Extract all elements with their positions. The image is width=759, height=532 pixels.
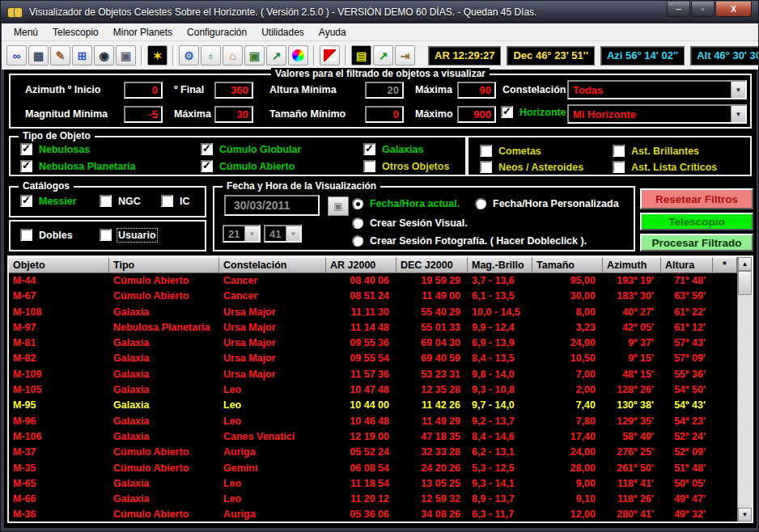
chevron-down-icon[interactable]: ▼: [286, 226, 300, 241]
scroll-up-icon[interactable]: ▲: [738, 257, 752, 271]
radio-circle[interactable]: [352, 235, 363, 247]
size-min-field[interactable]: 0: [365, 106, 404, 123]
menu-item-men-[interactable]: Menú: [6, 24, 45, 40]
menu-item-ayuda[interactable]: Ayuda: [312, 24, 354, 40]
size-max-field[interactable]: 900: [457, 106, 496, 123]
column-header-mag-brillo[interactable]: Mag.-Brillo: [468, 257, 532, 273]
toolbar-button-frame-window[interactable]: ⊞: [72, 45, 92, 65]
toolbar-button-data-grid[interactable]: ▦: [28, 45, 49, 65]
table-row-m-37[interactable]: M-37Cúmulo AbiertoAuriga05 52 2432 33 28…: [9, 445, 737, 460]
alt-min-field[interactable]: 20: [365, 82, 404, 99]
toolbar-button-camera-add[interactable]: ▣: [244, 45, 265, 65]
column-header-tama-o[interactable]: Tamaño: [532, 257, 603, 273]
table-row-m-96[interactable]: M-96GalaxiaLeo10 46 4811 49 299,2 - 13,7…: [9, 414, 737, 429]
radio-crear-sesion-fotografia[interactable]: Crear Sesión Fotografía. ( Hacer Doblecl…: [352, 235, 587, 247]
horizon-select[interactable]: Mi Horizonte ▼: [567, 104, 747, 124]
checkbox-nebulosas[interactable]: Nebulosas: [20, 143, 90, 155]
menu-item-utilidades[interactable]: Utilidades: [254, 24, 312, 40]
checkbox-box[interactable]: [613, 161, 625, 173]
scroll-down-icon[interactable]: ▼: [738, 508, 752, 521]
maximize-button[interactable]: ▫: [691, 2, 714, 17]
toolbar-button-red-flag[interactable]: [320, 45, 340, 65]
mag-max-field[interactable]: 30: [214, 106, 253, 123]
toolbar-button-exit-door[interactable]: ⇥: [395, 45, 415, 65]
table-row-m-35[interactable]: M-35Cúmulo AbiertoGemini06 08 5424 20 26…: [9, 461, 737, 476]
checkbox-box[interactable]: [480, 161, 492, 173]
scrollbar-track[interactable]: [738, 271, 752, 508]
toolbar-button-globe-lock[interactable]: ♁: [201, 45, 221, 65]
table-row-m-108[interactable]: M-108GalaxiaUrsa Major11 11 3055 40 2910…: [9, 305, 737, 320]
checkbox-cometas[interactable]: Cometas: [480, 145, 541, 157]
checkbox-ic[interactable]: IC: [161, 195, 190, 207]
table-row-m-36[interactable]: M-36Cúmulo AbiertoAuriga05 36 0634 08 26…: [9, 507, 737, 521]
checkbox-ngc[interactable]: NGC: [100, 195, 141, 207]
radio-circle[interactable]: [475, 198, 486, 209]
table-row-m-66[interactable]: M-66GalaxiaLeo11 20 1212 59 328,9 - 13,7…: [9, 492, 737, 507]
column-header-ar-j2000[interactable]: AR J2000: [326, 257, 396, 273]
minimize-button[interactable]: ─: [667, 2, 690, 17]
column-header-azimuth[interactable]: Azimuth: [603, 257, 661, 273]
column-header-constelaci-n[interactable]: Constelación: [219, 257, 326, 273]
table-row-m-95[interactable]: M-95GalaxiaLeo10 44 0011 42 269,7 - 14,0…: [9, 398, 737, 413]
radio-circle[interactable]: [352, 217, 363, 229]
date-popup-button[interactable]: ▣: [328, 196, 349, 216]
telescope-button[interactable]: Telescopio: [640, 213, 753, 230]
checkbox-dobles[interactable]: Dobles: [20, 229, 73, 241]
checkbox-box[interactable]: [20, 160, 32, 172]
table-row-m-109[interactable]: M-109GalaxiaUrsa Major11 57 3653 23 319,…: [9, 367, 737, 382]
date-field[interactable]: 30/03/2011: [224, 195, 320, 216]
column-header-altura[interactable]: Altura: [661, 257, 713, 273]
checkbox-box[interactable]: [20, 229, 32, 241]
checkbox-neos-asteroides[interactable]: Neos / Asteroides: [480, 161, 583, 173]
checkbox-cumulo-globular[interactable]: Cúmulo Globular: [201, 143, 301, 155]
minute-select[interactable]: 41 ▼: [264, 225, 302, 243]
toolbar-button-telescope-add[interactable]: ↗: [266, 45, 286, 65]
menu-item-configuraci-n[interactable]: Configuración: [180, 24, 254, 40]
hour-select[interactable]: 21 ▼: [223, 225, 261, 243]
column-header-flag[interactable]: *: [713, 257, 737, 273]
table-row-m-81[interactable]: M-81GalaxiaUrsa Major09 55 3669 04 306,9…: [9, 336, 737, 351]
checkbox-box[interactable]: [363, 160, 375, 172]
table-row-m-44[interactable]: M-44Cúmulo AbiertoCancer08 40 0619 59 29…: [9, 273, 737, 289]
toolbar-button-telescope[interactable]: ↗: [373, 45, 393, 65]
checkbox-box[interactable]: [613, 145, 625, 157]
column-header-dec-j2000[interactable]: DEC J2000: [396, 257, 468, 273]
toolbar-button-ruler[interactable]: ▤: [351, 45, 371, 65]
toolbar-button-mount-control[interactable]: ⚙: [179, 45, 199, 65]
radio-fecha-hora-actual[interactable]: Fecha/Hora actual.: [352, 198, 460, 209]
vertical-scrollbar[interactable]: ▲ ▼: [737, 257, 752, 521]
checkbox-nebulosa-planetaria[interactable]: Nebulosa Planetaria: [20, 160, 136, 172]
table-row-m-67[interactable]: M-67Cúmulo AbiertoCancer08 51 2411 49 00…: [9, 289, 737, 304]
checkbox-box[interactable]: [161, 195, 173, 207]
checkbox-galaxias[interactable]: Galaxias: [363, 143, 423, 155]
azimuth-start-field[interactable]: 0: [124, 82, 163, 99]
scrollbar-thumb[interactable]: [738, 271, 752, 295]
toolbar-button-eye[interactable]: ◉: [94, 45, 114, 65]
toolbar-button-edit[interactable]: ✎: [50, 45, 70, 65]
process-filter-button[interactable]: Procesar Filtrado: [640, 234, 753, 251]
table-row-m-105[interactable]: M-105GalaxiaLeo10 47 4812 35 289,3 - 10,…: [9, 382, 737, 398]
checkbox-box[interactable]: [100, 229, 112, 241]
toolbar-button-color-wheel[interactable]: [288, 45, 308, 65]
alt-max-field[interactable]: 90: [457, 82, 496, 99]
chevron-down-icon[interactable]: ▼: [731, 106, 745, 122]
checkbox-box[interactable]: [201, 143, 213, 155]
table-row-m-65[interactable]: M-65GalaxiaLeo11 18 5413 05 259,3 - 14,1…: [9, 476, 737, 492]
checkbox-ast-lista-criticos[interactable]: Ast. Lista Críticos: [613, 161, 717, 173]
menu-item-telescopio[interactable]: Telescopio: [45, 24, 106, 40]
radio-fecha-hora-personalizada[interactable]: Fecha/Hora Personalizada: [475, 198, 619, 209]
close-button[interactable]: X: [715, 2, 752, 17]
checkbox-box[interactable]: [501, 106, 513, 118]
toolbar-button-home-add[interactable]: ⌂: [223, 45, 243, 65]
reset-filters-button[interactable]: Resetear Filtros: [640, 188, 753, 209]
constellation-select[interactable]: Todas ▼: [567, 80, 747, 99]
table-row-m-106[interactable]: M-106GalaxiaCanes Venatici12 19 0047 18 …: [9, 429, 737, 445]
chevron-down-icon[interactable]: ▼: [244, 226, 259, 241]
radio-crear-sesion-visual[interactable]: Crear Sesión Visual.: [352, 217, 468, 229]
toolbar-button-camera[interactable]: ▣: [116, 45, 136, 65]
table-row-m-97[interactable]: M-97Nebulosa PlanetariaUrsa Major11 14 4…: [9, 320, 737, 336]
checkbox-box[interactable]: [100, 195, 112, 207]
checkbox-box[interactable]: [20, 143, 32, 155]
checkbox-messier[interactable]: Messier: [20, 195, 77, 207]
checkbox-otros-objetos[interactable]: Otros Objetos: [363, 160, 449, 172]
